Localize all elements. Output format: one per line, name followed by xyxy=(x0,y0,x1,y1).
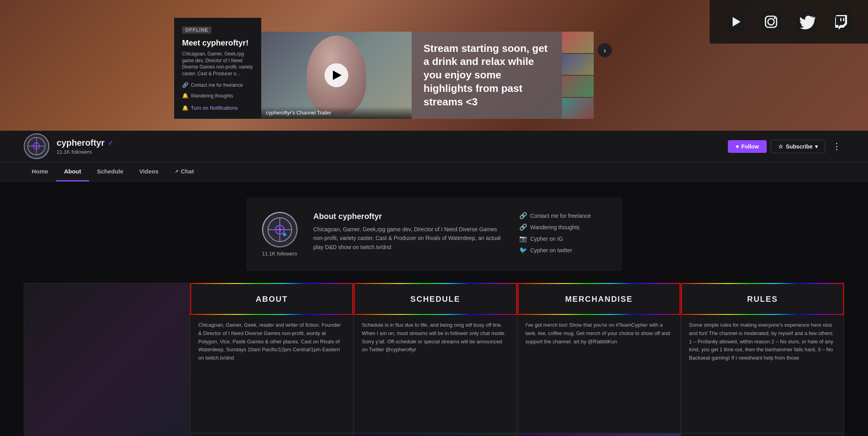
tab-videos[interactable]: Videos xyxy=(131,162,167,181)
rules-panel-body: Some simple rules for making everyone's … xyxy=(681,315,844,433)
tab-home[interactable]: Home xyxy=(24,162,56,181)
instagram-icon[interactable] xyxy=(753,4,789,40)
play-icon xyxy=(333,70,342,80)
schedule-panel-header: SCHEDULE xyxy=(354,283,517,315)
star-icon: ☆ xyxy=(778,143,783,150)
about-follower-count: 11.1K followers xyxy=(262,251,297,257)
social-icons-bar xyxy=(710,0,868,44)
follow-button[interactable]: ♥ Follow xyxy=(728,140,767,153)
rules-panel-title: RULES xyxy=(747,295,778,304)
nav-tabs: Home About Schedule Videos ↗ Chat xyxy=(0,162,868,182)
svg-rect-9 xyxy=(840,18,841,21)
follower-count: 11.1K followers xyxy=(57,149,114,155)
left-image xyxy=(24,283,190,436)
twitch-icon[interactable] xyxy=(824,4,860,40)
bell-icon: 🔔 xyxy=(182,93,188,99)
next-arrow[interactable]: › xyxy=(598,43,612,57)
notify-link[interactable]: 🔔 Turn on Notifications xyxy=(182,105,253,111)
schedule-panel-card: SCHEDULE Schedule is in flux due to life… xyxy=(353,283,517,433)
video-label: cypheroftyr's Channel Trailer xyxy=(261,107,412,119)
rules-panel-card: RULES Some simple rules for making every… xyxy=(681,283,844,433)
about-title: About cypheroftyr xyxy=(313,212,503,221)
profile-actions: ♥ Follow ☆ Subscribe ▾ ⋮ xyxy=(728,140,844,153)
schedule-panel-title: SCHEDULE xyxy=(410,295,460,304)
avatar xyxy=(24,133,49,159)
avatar-image xyxy=(24,133,49,159)
heart-icon: ♥ xyxy=(736,143,739,150)
bottom-panel-3 xyxy=(517,433,681,436)
profile-row: cypheroftyr ✓ 11.1K followers ♥ Follow ☆… xyxy=(0,131,868,162)
notification-icon: 🔔 xyxy=(182,105,188,111)
merchandise-panel-header: MERCHANDISE xyxy=(518,283,680,315)
link-icon-2: 🔗 xyxy=(519,223,527,231)
about-link-ig[interactable]: 📷 Cypher on IG xyxy=(519,235,606,242)
about-link-twitter[interactable]: 🐦 Cypher on twitter xyxy=(519,246,606,254)
thumbnail-2[interactable] xyxy=(562,54,594,75)
about-link-wandering[interactable]: 🔗 Wandering thoughts xyxy=(519,223,606,231)
panels-row-1: ABOUT Chicagoan, Gamer, Geek, reader and… xyxy=(190,283,844,433)
about-avatar-wrap: 11.1K followers xyxy=(262,212,298,257)
channel-name: cypheroftyr xyxy=(57,138,104,148)
bottom-panel-2 xyxy=(353,433,517,436)
about-link-freelance[interactable]: 🔗 Contact me for freelance xyxy=(519,212,606,219)
thumbnail-strip xyxy=(562,32,594,119)
link-icon: 🔗 xyxy=(182,82,188,88)
svg-rect-8 xyxy=(843,18,844,21)
link-icon-1: 🔗 xyxy=(519,212,527,219)
channel-trailer-panel[interactable]: cypheroftyr's Channel Trailer xyxy=(261,32,412,119)
rules-panel-header: RULES xyxy=(681,283,844,315)
svg-rect-2 xyxy=(761,12,781,32)
offline-panel: OFFLINE Meet cypheroftyr! Chicagoan, Gam… xyxy=(174,18,261,119)
about-avatar xyxy=(262,212,298,248)
svg-point-5 xyxy=(774,17,775,19)
bottom-panels-row: SUBSCRIBE xyxy=(190,433,844,436)
panel-description: Chicagoan, Gamer, Geek,rpg game dev, Dir… xyxy=(182,51,253,77)
svg-point-22 xyxy=(283,232,287,236)
more-options-button[interactable]: ⋮ xyxy=(829,140,844,153)
subscribe-button[interactable]: ☆ Subscribe ▾ xyxy=(771,140,825,153)
verified-icon: ✓ xyxy=(108,139,114,147)
wandering-link[interactable]: 🔔 Wandering thoughts xyxy=(182,93,253,99)
channel-info: cypheroftyr ✓ 11.1K followers xyxy=(57,138,114,155)
contact-link[interactable]: 🔗 Contact me for freelance xyxy=(182,82,253,88)
tab-schedule[interactable]: Schedule xyxy=(89,162,131,181)
about-panel-title: ABOUT xyxy=(256,295,288,304)
panel-title: Meet cypheroftyr! xyxy=(182,38,253,48)
merchandise-panel-title: MERCHANDISE xyxy=(565,295,633,304)
about-links: 🔗 Contact me for freelance 🔗 Wandering t… xyxy=(519,212,606,254)
thumbnail-1[interactable] xyxy=(562,32,594,53)
panels-grid: ABOUT Chicagoan, Gamer, Geek, reader and… xyxy=(24,283,844,436)
tab-chat[interactable]: ↗ Chat xyxy=(167,162,202,181)
tab-about[interactable]: About xyxy=(56,162,89,181)
about-bio: Chicagoan, Gamer, Geek,rpg game dev, Dir… xyxy=(313,225,503,251)
youtube-icon[interactable] xyxy=(718,4,753,40)
panels-container: ABOUT Chicagoan, Gamer, Geek, reader and… xyxy=(190,283,844,436)
svg-point-15 xyxy=(35,145,38,147)
thumbnail-3[interactable] xyxy=(562,76,594,97)
subscribe-panel-bottom[interactable]: SUBSCRIBE xyxy=(190,433,353,436)
about-text: About cypheroftyr Chicagoan, Gamer, Geek… xyxy=(313,212,503,251)
about-panel-card: ABOUT Chicagoan, Gamer, Geek, reader and… xyxy=(190,283,353,433)
left-image-panel xyxy=(24,283,190,436)
merchandise-panel-card: MERCHANDISE I've got merch too! Show tha… xyxy=(517,283,681,433)
instagram-link-icon: 📷 xyxy=(519,235,527,242)
chevron-down-icon: ▾ xyxy=(815,143,818,150)
channel-name-row: cypheroftyr ✓ xyxy=(57,138,114,148)
main-content: 11.1K followers About cypheroftyr Chicag… xyxy=(0,182,868,436)
thumbnail-4[interactable] xyxy=(562,98,594,119)
twitter-link-icon: 🐦 xyxy=(519,246,527,254)
svg-point-21 xyxy=(278,228,281,231)
highlight-panel: Stream starting soon, get a drink and re… xyxy=(412,32,562,119)
about-panel-header: ABOUT xyxy=(190,283,353,315)
highlight-text: Stream starting soon, get a drink and re… xyxy=(424,42,550,109)
bottom-panel-4 xyxy=(681,433,844,436)
twitter-icon[interactable] xyxy=(789,4,824,40)
merchandise-panel-body: I've got merch too! Show that you're on … xyxy=(518,315,680,433)
banner-panels: OFFLINE Meet cypheroftyr! Chicagoan, Gam… xyxy=(174,18,612,119)
schedule-panel-body: Schedule is in flux due to life, and bei… xyxy=(354,315,517,433)
banner: OFFLINE Meet cypheroftyr! Chicagoan, Gam… xyxy=(0,0,868,131)
external-link-icon: ↗ xyxy=(175,169,179,174)
offline-badge: OFFLINE xyxy=(182,27,211,34)
about-panel-body: Chicagoan, Gamer, Geek, reader and write… xyxy=(190,315,353,433)
play-button[interactable] xyxy=(325,63,348,87)
